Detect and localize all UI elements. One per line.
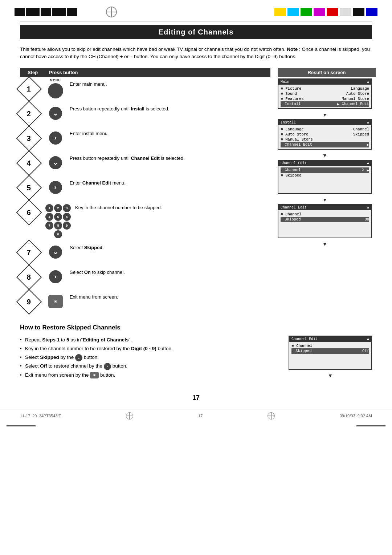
- color-blocks: [274, 8, 377, 16]
- num-0[interactable]: 0: [54, 230, 62, 238]
- screen-main-header: Main▲: [278, 79, 371, 85]
- step-row-6: 6 1 2 3 4 5 6 7 8 9 0 Key in the: [20, 202, 270, 238]
- color-magenta: [314, 8, 325, 16]
- arrow-down-4: ▼: [278, 241, 372, 247]
- step-number-3: 3: [16, 125, 42, 151]
- col-step-label: Step: [20, 68, 45, 77]
- step-number-2: 2: [16, 101, 42, 126]
- step-8-desc: Select On to skip channel.: [70, 267, 270, 276]
- intro-text: This feature allows you to skip or edit …: [20, 46, 372, 61]
- step-1-desc: Enter main menu.: [70, 78, 270, 88]
- color-green: [301, 8, 312, 16]
- exit-button[interactable]: ▣: [48, 295, 63, 308]
- menu-button[interactable]: [48, 83, 63, 98]
- screen-channel-edit-1: Channel Edit▲ ✓Channel2▶ ■Skipped: [278, 160, 372, 194]
- restore-bullets: Repeat Steps 1 to 5 as in"Editing of Cha…: [20, 336, 280, 380]
- step-2-desc: Press button repeatedly until Install is…: [70, 103, 270, 113]
- crosshair-top-center: [106, 7, 117, 17]
- color-black: [353, 8, 364, 16]
- step-row-7: 7 ⌄ Select Skipped.: [20, 242, 270, 263]
- screen-channel-edit-2-content: ■Channel ✓SkippedOn: [278, 210, 371, 238]
- screen-row-selected: ✓Channel2▶: [281, 167, 369, 173]
- restore-bullet-4: Select Off to restore channel by the › b…: [20, 362, 280, 370]
- screen-restore-content: ■Channel ✓SkippedOff: [289, 342, 371, 369]
- col-press-label: Press button: [45, 68, 270, 77]
- restore-content: Repeat Steps 1 to 5 as in"Editing of Cha…: [20, 336, 372, 380]
- bottom-decoration: [0, 422, 392, 429]
- right-button-5[interactable]: ›: [49, 181, 62, 194]
- num-2[interactable]: 2: [54, 204, 62, 212]
- black-block-5: [67, 8, 77, 16]
- restore-section-title: How to Restore Skipped Channels: [20, 324, 372, 331]
- screen-row: ■Channel: [291, 343, 369, 348]
- screen-channel-edit-1-content: ✓Channel2▶ ■Skipped: [278, 166, 371, 193]
- inline-down-btn[interactable]: ⌄: [75, 354, 82, 361]
- step-row-9: 9 ▣ Exit menu from screen.: [20, 291, 270, 312]
- black-block-4: [52, 8, 66, 16]
- num-3[interactable]: 3: [63, 204, 71, 212]
- color-yellow: [274, 8, 286, 16]
- step-6-desc: Key in the channel number to be skipped.: [75, 202, 270, 211]
- arrow-down-3: ▼: [278, 197, 372, 203]
- numpad: 1 2 3 4 5 6 7 8 9 0: [45, 204, 71, 238]
- num-8[interactable]: 8: [54, 222, 62, 230]
- screen-row: ■LanguageChannel: [281, 127, 369, 132]
- step-row-4: 4 ⌄ Press button repeatedly until Channe…: [20, 153, 270, 174]
- step-row-1: 1 MENU Enter main menu.: [20, 78, 270, 100]
- color-blue: [366, 8, 377, 16]
- down-button-2[interactable]: ⌄: [49, 107, 62, 120]
- screen-row: ■Channel: [281, 212, 369, 217]
- step-row-5: 5 › Enter Channel Edit menu.: [20, 177, 270, 198]
- num-6[interactable]: 6: [63, 213, 71, 221]
- screen-row: ■FeaturesManual Store: [281, 96, 369, 101]
- num-4[interactable]: 4: [45, 213, 53, 221]
- down-button-4[interactable]: ⌄: [49, 156, 62, 169]
- step-row-8: 8 › Select On to skip channel.: [20, 267, 270, 288]
- screen-row: ■Auto StoreSkipped: [281, 132, 369, 137]
- arrow-down-restore: ▼: [289, 373, 372, 378]
- restore-bullet-5: Exit menu from screen by the ▣ button.: [20, 371, 280, 380]
- black-block-1: [15, 8, 25, 16]
- main-content: Editing of Channels This feature allows …: [0, 21, 392, 387]
- num-9[interactable]: 9: [63, 222, 71, 230]
- inline-right-btn[interactable]: ›: [104, 363, 111, 370]
- page-number: 17: [0, 394, 392, 402]
- inline-exit-btn[interactable]: ▣: [90, 372, 99, 378]
- right-button-8[interactable]: ›: [49, 270, 62, 283]
- footer: 11-17_29_34PT3543/E 17 09/19/03, 9:02 AM: [0, 409, 392, 422]
- screen-row: ■SoundAuto Store: [281, 91, 369, 96]
- screen-row: ■PictureLanguage: [281, 86, 369, 91]
- color-cyan: [287, 8, 299, 16]
- footer-right: 09/19/03, 9:02 AM: [340, 414, 372, 418]
- step-number-8: 8: [16, 264, 42, 290]
- step-number-6: 6: [16, 199, 42, 225]
- step-row-3: 3 › Enter install menu.: [20, 128, 270, 149]
- color-white: [340, 8, 351, 16]
- step-number-1: 1: [16, 76, 42, 102]
- num-1[interactable]: 1: [45, 204, 53, 212]
- step-7-desc: Select Skipped.: [70, 242, 270, 251]
- num-5[interactable]: 5: [54, 213, 62, 221]
- screen-install: Install▲ ■LanguageChannel ■Auto StoreSki…: [278, 119, 372, 150]
- num-7[interactable]: 7: [45, 222, 53, 230]
- col-result-label: Result on screen: [278, 68, 376, 77]
- restore-screen: Channel Edit▲ ■Channel ✓SkippedOff ▼: [289, 336, 372, 380]
- screen-main: Main▲ ■PictureLanguage ■SoundAuto Store …: [278, 78, 372, 109]
- arrow-down-2: ▼: [278, 153, 372, 158]
- screen-restore: Channel Edit▲ ■Channel ✓SkippedOff: [289, 336, 372, 370]
- step-3-desc: Enter install menu.: [70, 128, 270, 137]
- right-button-3[interactable]: ›: [49, 131, 62, 145]
- restore-bullet-1: Repeat Steps 1 to 5 as in"Editing of Cha…: [20, 336, 280, 344]
- color-red: [327, 8, 338, 16]
- footer-left: 11-17_29_34PT3543/E: [20, 414, 61, 418]
- screen-row: ■Skipped: [281, 173, 369, 178]
- screen-install-header: Install▲: [278, 120, 371, 125]
- step-number-4: 4: [16, 150, 42, 176]
- menu-btn-label: MENU: [50, 78, 61, 82]
- footer-crosshair: [126, 412, 133, 420]
- step-number-9: 9: [16, 289, 42, 315]
- screen-restore-header: Channel Edit▲: [289, 336, 371, 342]
- bottom-deco-left: [7, 425, 36, 426]
- step-number-5: 5: [16, 175, 42, 200]
- down-button-7[interactable]: ⌄: [49, 246, 62, 259]
